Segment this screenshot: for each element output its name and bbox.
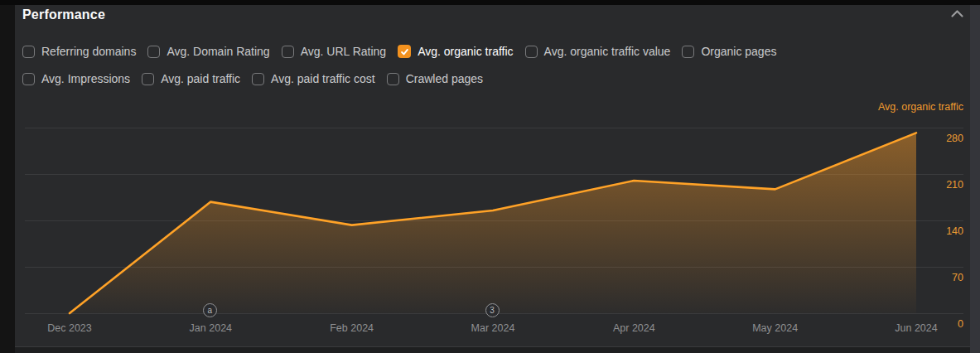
x-tick-label: May 2024	[730, 322, 821, 334]
performance-chart[interactable]: Avg. organic traffic 280210140700 Dec 20…	[0, 0, 980, 353]
area-fill	[70, 133, 916, 313]
x-tick-label: Dec 2023	[24, 322, 115, 334]
x-tick-label: Apr 2024	[588, 322, 679, 334]
annotation-marker[interactable]: a	[203, 303, 217, 317]
traffic-area-series	[0, 0, 980, 353]
x-tick-label: Mar 2024	[447, 322, 538, 334]
x-tick-label: Jan 2024	[165, 322, 256, 334]
x-tick-label: Jun 2024	[871, 322, 962, 334]
x-tick-label: Feb 2024	[307, 322, 398, 334]
annotation-marker[interactable]: 3	[485, 303, 500, 317]
